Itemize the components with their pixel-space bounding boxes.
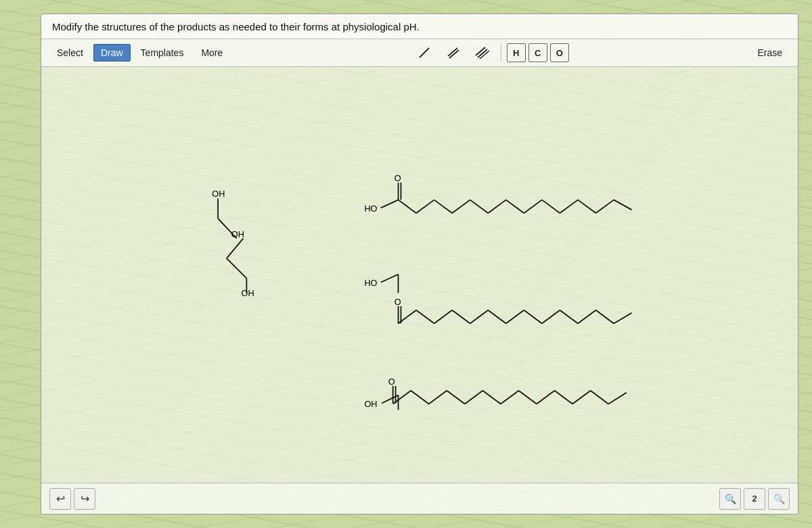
undo-button[interactable]: ↩	[49, 488, 71, 510]
svg-line-26	[524, 200, 542, 214]
triple-bond-button[interactable]	[468, 43, 495, 62]
svg-line-46	[542, 310, 560, 324]
svg-text:HO: HO	[364, 278, 377, 288]
draw-button[interactable]: Draw	[93, 44, 131, 62]
zoom-in-icon: 🔍	[725, 494, 736, 504]
svg-line-21	[434, 200, 453, 214]
svg-line-23	[470, 200, 489, 214]
svg-line-10	[227, 239, 244, 258]
instruction-text: Modify the structures of the products as…	[52, 21, 420, 32]
svg-line-18	[381, 200, 399, 208]
svg-text:O: O	[394, 297, 401, 307]
svg-line-30	[596, 200, 614, 214]
double-bond-button[interactable]	[440, 43, 466, 62]
zoom-reset-button[interactable]: 2	[744, 488, 765, 510]
svg-line-24	[488, 200, 506, 214]
canvas-area[interactable]: OH OH OH O HO	[41, 67, 798, 499]
svg-line-63	[501, 391, 519, 404]
zoom-in-button[interactable]: 🔍	[719, 488, 741, 510]
svg-line-11	[227, 258, 246, 278]
svg-line-44	[506, 310, 524, 324]
main-panel: Modify the structures of the products as…	[41, 14, 798, 514]
svg-line-29	[578, 200, 596, 214]
svg-text:OH: OH	[231, 229, 244, 239]
svg-line-49	[596, 310, 614, 324]
svg-line-69	[608, 393, 627, 404]
bottom-toolbar: ↩ ↪ 🔍 2 🔍	[41, 483, 798, 514]
zoom-out-icon: 🔍	[773, 494, 785, 504]
svg-line-40	[434, 310, 453, 324]
svg-line-58	[411, 391, 429, 404]
svg-line-59	[429, 391, 447, 404]
svg-line-3	[476, 47, 485, 55]
svg-line-19	[399, 200, 417, 214]
undo-icon: ↩	[56, 492, 65, 505]
svg-line-27	[542, 200, 560, 214]
svg-line-43	[488, 310, 506, 324]
svg-line-45	[524, 310, 542, 324]
svg-line-50	[614, 313, 632, 324]
svg-line-65	[537, 391, 555, 404]
erase-button[interactable]: Erase	[750, 44, 790, 62]
svg-line-66	[555, 391, 573, 404]
svg-line-41	[452, 310, 470, 324]
svg-line-36	[381, 274, 399, 283]
svg-text:OH: OH	[242, 288, 254, 298]
svg-line-0	[420, 48, 429, 57]
svg-line-64	[518, 391, 537, 404]
svg-line-60	[447, 391, 465, 404]
toolbar-separator	[501, 44, 501, 62]
svg-line-20	[416, 200, 434, 214]
svg-text:O: O	[388, 377, 395, 387]
bottom-left-controls: ↩ ↪	[49, 488, 95, 510]
svg-line-42	[470, 310, 489, 324]
toolbar: Select Draw Templates More H	[41, 39, 798, 67]
svg-line-48	[578, 310, 596, 324]
svg-line-25	[506, 200, 524, 214]
select-button[interactable]: Select	[49, 44, 91, 62]
hydrogen-atom-button[interactable]: H	[507, 43, 526, 62]
redo-button[interactable]: ↪	[74, 488, 95, 510]
zoom-out-button[interactable]: 🔍	[768, 488, 790, 510]
svg-text:OH: OH	[212, 189, 225, 199]
svg-text:OH: OH	[364, 399, 377, 409]
bottom-right-controls: 🔍 2 🔍	[719, 488, 790, 510]
svg-line-28	[560, 200, 578, 214]
redo-icon: ↪	[81, 492, 89, 505]
svg-text:HO: HO	[364, 203, 377, 214]
svg-line-61	[465, 391, 483, 404]
zoom-reset-icon: 2	[752, 494, 757, 504]
carbon-atom-button[interactable]: C	[528, 43, 547, 62]
oxygen-atom-button[interactable]: O	[550, 43, 569, 62]
svg-text:O: O	[394, 173, 401, 183]
svg-line-39	[416, 310, 434, 324]
single-bond-button[interactable]	[411, 43, 437, 62]
svg-line-31	[614, 200, 632, 210]
svg-line-47	[560, 310, 578, 324]
svg-line-68	[591, 391, 609, 404]
templates-button[interactable]: Templates	[133, 44, 191, 62]
molecule-canvas[interactable]: OH OH OH O HO	[41, 67, 798, 499]
svg-line-67	[572, 391, 591, 404]
more-button[interactable]: More	[194, 44, 230, 62]
instruction-bar: Modify the structures of the products as…	[41, 14, 798, 39]
svg-line-62	[482, 391, 501, 404]
svg-line-22	[452, 200, 470, 214]
